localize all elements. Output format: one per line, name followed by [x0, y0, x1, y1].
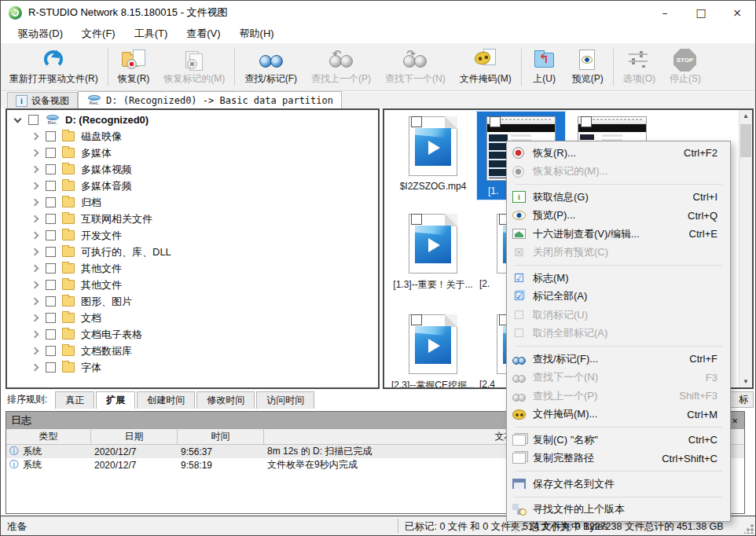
menu-item-hex-view[interactable]: 十六进制查看(V)/编辑...Ctrl+E	[507, 225, 730, 244]
tree-item-checkbox[interactable]	[46, 148, 56, 158]
chevron-right-icon[interactable]	[31, 232, 39, 240]
maximize-button[interactable]: □	[683, 1, 719, 24]
chevron-right-icon[interactable]	[31, 364, 39, 372]
sort-tab-modified[interactable]: 修改时间	[196, 391, 255, 409]
tree-item-checkbox[interactable]	[46, 164, 56, 174]
chevron-right-icon[interactable]	[31, 182, 39, 190]
toolbar-recover-button[interactable]: 恢复(R)	[111, 46, 157, 89]
file-checkbox[interactable]	[411, 116, 422, 127]
tab-device-view[interactable]: i 设备视图	[7, 92, 78, 108]
vertical-scrollbar[interactable]: ▲ ▼	[739, 110, 752, 387]
tree-item[interactable]: 文档数据库	[7, 343, 378, 359]
chevron-right-icon[interactable]	[31, 281, 39, 289]
menu-item-find-mark[interactable]: 查找/标记(F)...Ctrl+F	[507, 350, 730, 369]
menu-item-copy-full-path[interactable]: 复制完整路径Ctrl+Shift+C	[507, 450, 730, 468]
menu-view[interactable]: 查看(V)	[177, 24, 229, 43]
chevron-right-icon[interactable]	[31, 314, 39, 322]
toolbar-preview-button[interactable]: 预览(P)	[565, 46, 611, 89]
tree-item-checkbox[interactable]	[46, 230, 56, 240]
toolbar-up-button[interactable]: ↰ 上(U)	[524, 46, 565, 89]
toolbar-reopen-drives-button[interactable]: 重新打开驱动文件(R)	[2, 46, 105, 89]
menu-file[interactable]: 文件(F)	[72, 24, 125, 43]
menu-item-mark[interactable]: ☑ 标志(M)	[507, 269, 730, 288]
close-button[interactable]: ×	[719, 1, 755, 24]
file-checkbox[interactable]	[581, 116, 592, 127]
menu-item-get-info[interactable]: i 获取信息(G)Ctrl+I	[507, 188, 730, 207]
tree-item-checkbox[interactable]	[46, 280, 56, 290]
tree-item-checkbox[interactable]	[46, 313, 56, 323]
menu-drives[interactable]: 驱动器(D)	[9, 24, 72, 43]
file-checkbox[interactable]	[490, 116, 501, 127]
file-item[interactable]: [1.3]--重要！关于...	[389, 214, 477, 292]
tree-item[interactable]: 开发文件	[7, 227, 378, 244]
file-checkbox[interactable]	[411, 214, 422, 225]
tree-root-row[interactable]: Rec. D: (Recognized0)	[7, 112, 378, 128]
tree-item[interactable]: 其他文件	[7, 260, 378, 277]
right-sort-tab-fragment[interactable]: 标	[727, 391, 754, 408]
tab-partition-file-view[interactable]: Rec. D: (Recognized0) -> Basic data part…	[78, 91, 342, 108]
tree-item[interactable]: 磁盘映像	[7, 128, 378, 145]
menu-item-mark-all[interactable]: ☑ 标记全部(A)	[507, 288, 730, 307]
tree-item[interactable]: 多媒体音频	[7, 178, 378, 194]
menu-help[interactable]: 帮助(H)	[230, 24, 284, 43]
chevron-right-icon[interactable]	[31, 248, 39, 256]
tree-root-checkbox[interactable]	[28, 115, 39, 125]
tree-item[interactable]: 文档	[7, 310, 378, 326]
scroll-down-icon[interactable]: ▼	[739, 378, 752, 385]
file-checkbox[interactable]	[411, 314, 422, 325]
chevron-right-icon[interactable]	[31, 215, 39, 223]
folder-icon	[62, 164, 75, 174]
tree-item-checkbox[interactable]	[46, 346, 56, 356]
chevron-right-icon[interactable]	[31, 199, 39, 207]
tree-item-checkbox[interactable]	[46, 362, 56, 373]
menu-item-save-filenames[interactable]: 保存文件名到文件	[507, 475, 730, 494]
menu-item-find-previous-versions[interactable]: 寻找文件的上个版本	[507, 501, 730, 519]
tree-item[interactable]: 其他文件	[7, 277, 378, 293]
file-item[interactable]: $I2ZSZOG.mp4	[389, 116, 477, 192]
sort-tab-extension[interactable]: 扩展	[96, 391, 135, 409]
file-item[interactable]: [2.3]--掌握CE挖掘...	[389, 314, 477, 389]
chevron-right-icon[interactable]	[31, 347, 39, 355]
tree-item[interactable]: 可执行的、库、DLL	[7, 244, 378, 260]
file-mask-icon	[512, 409, 526, 420]
toolbar-file-mask-button[interactable]: 文件掩码(M)	[453, 46, 519, 89]
tree-item[interactable]: 文档电子表格	[7, 326, 378, 343]
tree-item[interactable]: 字体	[7, 359, 378, 376]
chevron-right-icon[interactable]	[31, 265, 39, 273]
tree-item-checkbox[interactable]	[46, 329, 56, 340]
tree-item-checkbox[interactable]	[46, 296, 56, 307]
tree-item[interactable]: 归档	[7, 194, 378, 211]
scroll-up-icon[interactable]: ▲	[739, 112, 752, 119]
tree-item-checkbox[interactable]	[46, 181, 56, 191]
menu-item-file-mask[interactable]: 文件掩码(M)...Ctrl+M	[507, 406, 730, 424]
sort-tab-created[interactable]: 创建时间	[137, 391, 195, 409]
chevron-right-icon[interactable]	[31, 166, 39, 174]
sort-tab-real[interactable]: 真正	[55, 391, 94, 409]
chevron-right-icon[interactable]	[31, 331, 39, 339]
tree-item-checkbox[interactable]	[46, 197, 56, 207]
log-col-date[interactable]: 日期	[91, 429, 178, 444]
tree-item-checkbox[interactable]	[46, 214, 56, 224]
menu-item-copy-name[interactable]: 复制(C) "名称"Ctrl+C	[507, 431, 730, 450]
tree-item[interactable]: 多媒体	[7, 145, 378, 161]
chevron-right-icon[interactable]	[31, 133, 39, 141]
chevron-right-icon[interactable]	[31, 149, 39, 157]
log-col-type[interactable]: 类型	[6, 429, 91, 444]
tree-item-checkbox[interactable]	[46, 131, 56, 141]
tree-item[interactable]: 多媒体视频	[7, 161, 378, 178]
menu-item-recover[interactable]: 恢复(R)...Ctrl+F2	[507, 144, 730, 163]
tree-item-checkbox[interactable]	[46, 247, 56, 257]
tree-item-checkbox[interactable]	[46, 263, 56, 274]
tree-item[interactable]: 互联网相关文件	[7, 211, 378, 227]
tree-item[interactable]: 图形、图片	[7, 293, 378, 310]
toolbar-find-mark-button[interactable]: 查找/标记(F)	[237, 46, 304, 89]
log-col-time[interactable]: 时间	[178, 429, 264, 444]
sort-tab-accessed[interactable]: 访问时间	[256, 391, 314, 409]
resize-grip[interactable]	[744, 524, 754, 534]
menu-item-preview[interactable]: 预览(P)...Ctrl+Q	[507, 207, 730, 226]
chevron-right-icon[interactable]	[31, 298, 39, 306]
minimize-button[interactable]: –	[647, 1, 683, 24]
menu-tools[interactable]: 工具(T)	[125, 24, 178, 43]
scrollbar-thumb[interactable]	[740, 124, 751, 157]
chevron-down-icon[interactable]	[14, 115, 22, 123]
